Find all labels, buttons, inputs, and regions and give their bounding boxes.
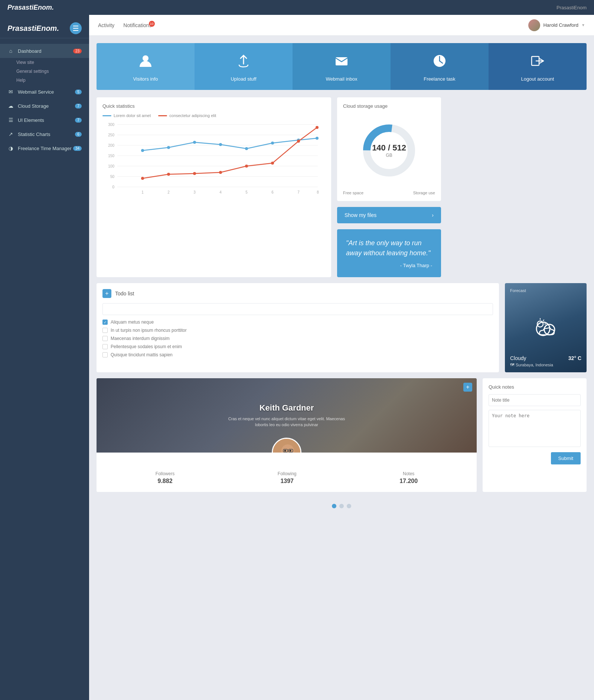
- weather-location-text: Surabaya, Indonesia: [516, 363, 553, 367]
- pagination-dot-3[interactable]: [347, 504, 351, 508]
- svg-point-40: [271, 162, 274, 165]
- quick-stats-title: Quick statistics: [102, 103, 325, 109]
- sidebar-header: PrasastiEnom.: [0, 15, 89, 38]
- todo-check-4[interactable]: [102, 352, 108, 357]
- legend-label-1: Lorem dolor sit amet: [114, 113, 151, 118]
- todo-check-2[interactable]: [102, 336, 108, 341]
- webmail-icon: [334, 54, 349, 72]
- sidebar-item-storage[interactable]: ☁ Cloud Storage 7: [0, 99, 89, 113]
- action-card-visitors[interactable]: Visitors info: [97, 43, 195, 90]
- svg-point-56: [284, 450, 286, 452]
- pagination-dot-2[interactable]: [339, 504, 344, 508]
- svg-text:200: 200: [108, 143, 114, 148]
- line-chart: 300 250 200 150 100 50 0 1 2 3 4: [102, 121, 325, 195]
- action-card-logout[interactable]: Logout account: [489, 43, 587, 90]
- chevron-down-icon: ▼: [581, 23, 585, 27]
- show-files-label: Show my files: [345, 212, 376, 218]
- todo-label-4: Quisque tincidunt mattis sapien: [111, 352, 173, 357]
- todo-add-button[interactable]: +: [102, 289, 111, 298]
- svg-line-51: [543, 320, 544, 321]
- storage-unit: GB: [372, 153, 406, 158]
- storage-value: 140 / 512: [372, 143, 406, 153]
- notes-submit-button[interactable]: Submit: [551, 452, 581, 464]
- storage-labels: Free space Storage use: [343, 191, 435, 195]
- sidebar-sub-settings[interactable]: General settings: [16, 67, 89, 76]
- weather-temp: 32° C: [568, 355, 581, 361]
- visitors-icon: [138, 54, 153, 72]
- sidebar-label-dashboard: Dashboard: [18, 48, 73, 54]
- todo-label-0: Aliquam metus neque: [111, 320, 154, 325]
- sidebar-logo: PrasastiEnom.: [7, 24, 59, 33]
- sidebar-sub-viewsite[interactable]: View site: [16, 58, 89, 67]
- svg-point-35: [141, 177, 144, 180]
- menu-bar-2: [73, 28, 78, 29]
- action-card-upload[interactable]: Upload stuff: [195, 43, 293, 90]
- todo-check-1[interactable]: [102, 328, 108, 333]
- todo-check-3[interactable]: [102, 344, 108, 349]
- todo-item-2: Maecenas interdum dignissim: [102, 336, 493, 341]
- chart-container: 300 250 200 150 100 50 0 1 2 3 4: [102, 121, 325, 197]
- followers-label: Followers: [156, 471, 174, 476]
- header-bar: Activity Notifications 10 Harold Crawfor…: [89, 15, 594, 36]
- svg-point-38: [219, 171, 222, 174]
- sidebar-menu-icon[interactable]: [70, 22, 82, 34]
- sidebar-badge-ui: 7: [75, 118, 82, 123]
- todo-item-1: In ut turpis non ipsum rhoncus porttitor: [102, 328, 493, 333]
- weather-cloud-icon: [533, 315, 559, 341]
- weather-content: Forecast: [505, 283, 587, 372]
- notes-title-input[interactable]: [489, 394, 581, 406]
- action-card-freelance[interactable]: Freelance task: [391, 43, 489, 90]
- sidebar-badge-webmail: 5: [75, 90, 82, 94]
- notification-badge: 10: [149, 21, 155, 27]
- notes-body-input[interactable]: [489, 410, 581, 447]
- visitors-label: Visitors info: [133, 76, 158, 82]
- sidebar-label-webmail: Webmail Service: [18, 89, 75, 95]
- top-right: PrasastiEnom: [557, 5, 587, 10]
- pagination: [97, 498, 587, 514]
- action-card-webmail[interactable]: Webmail inbox: [293, 43, 391, 90]
- sidebar-label-freelance: Freelance Time Manager: [18, 146, 73, 151]
- todo-label-1: In ut turpis non ipsum rhoncus porttitor: [111, 328, 187, 333]
- svg-point-57: [290, 450, 291, 452]
- upload-icon: [236, 54, 251, 72]
- todo-check-0[interactable]: ✓: [102, 320, 108, 325]
- pagination-dot-1[interactable]: [332, 504, 336, 508]
- ui-icon: ☰: [7, 117, 14, 123]
- profile-add-button[interactable]: +: [463, 383, 472, 392]
- storage-free-label: Free space: [343, 191, 363, 195]
- webmail-label: Webmail inbox: [326, 76, 357, 82]
- sidebar-item-dashboard[interactable]: ⌂ Dashboard 23: [0, 44, 89, 58]
- svg-point-31: [245, 147, 248, 150]
- weather-label: Forecast: [510, 288, 581, 293]
- svg-point-29: [193, 141, 196, 144]
- svg-text:250: 250: [108, 133, 114, 137]
- header-nav: Activity Notifications 10: [98, 22, 152, 28]
- donut-chart-wrap: 140 / 512 GB: [343, 113, 435, 188]
- header-nav-activity[interactable]: Activity: [98, 22, 114, 28]
- todo-new-input[interactable]: [102, 303, 493, 315]
- avatar-image: [528, 19, 540, 31]
- followers-value: 9.882: [156, 478, 174, 485]
- todo-title: Todo list: [115, 291, 134, 296]
- sidebar: PrasastiEnom. ⌂ Dashboard 23 View site G…: [0, 15, 89, 700]
- sidebar-item-freelance[interactable]: ◑ Freelance Time Manager 34: [0, 141, 89, 155]
- header-user[interactable]: Harold Crawford ▼: [528, 19, 585, 31]
- todo-header: + Todo list: [102, 289, 493, 298]
- sidebar-nav: ⌂ Dashboard 23 View site General setting…: [0, 38, 89, 161]
- sidebar-sub-help[interactable]: Help: [16, 76, 89, 85]
- svg-point-34: [316, 137, 319, 140]
- sidebar-item-ui[interactable]: ☰ UI Elements 7: [0, 113, 89, 127]
- sidebar-label-ui: UI Elements: [18, 117, 75, 123]
- svg-point-42: [316, 126, 319, 129]
- header-nav-notifications[interactable]: Notifications 10: [123, 22, 151, 28]
- logout-label: Logout account: [521, 76, 554, 82]
- show-files-button[interactable]: Show my files ›: [337, 207, 441, 223]
- sidebar-badge-storage: 7: [75, 104, 82, 108]
- sidebar-item-webmail[interactable]: ✉ Webmail Service 5: [0, 85, 89, 99]
- chart-legend: Lorem dolor sit amet consectetur adipisc…: [102, 113, 325, 118]
- storage-used-label: Storage use: [413, 191, 435, 195]
- freelance-icon: [432, 54, 447, 72]
- profile-card: Keith Gardner Cras et neque vel nunc ali…: [97, 378, 477, 492]
- sidebar-item-stats[interactable]: ↗ Statistic Charts 6: [0, 127, 89, 141]
- notes-panel-title: Quick notes: [489, 384, 581, 390]
